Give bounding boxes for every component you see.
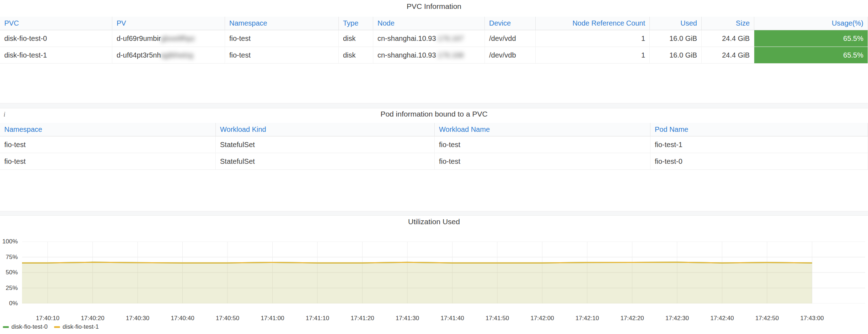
cell-text: StatefulSet <box>220 141 255 149</box>
cell-used: 16.0 GiB <box>650 30 702 47</box>
utilization-chart[interactable] <box>22 242 865 303</box>
chart-legend: disk-fio-test-0disk-fio-test-1 <box>3 323 99 330</box>
cell-text: 24.4 GiB <box>722 51 750 59</box>
panel-gap <box>0 103 868 108</box>
cell-text: fio-test <box>439 157 460 165</box>
x-axis-label: 17:41:20 <box>338 315 387 322</box>
panel-title-utilization-used[interactable]: Utilization Used <box>0 217 868 226</box>
cell-text: fio-test-0 <box>655 157 682 165</box>
panel-utilization-used: Utilization Used 0%25%50%75%100% 17:40:1… <box>0 216 868 334</box>
info-icon[interactable]: i <box>4 111 5 118</box>
y-axis-label: 0% <box>0 300 18 307</box>
cell-namespace: fio-test <box>225 30 339 47</box>
cell-pv: d-uf64pt3r5nhqgtbhwtzg <box>112 47 225 64</box>
table-header-row: NamespaceWorkload KindWorkload NamePod N… <box>0 123 868 136</box>
usage-bar: 65.5% <box>754 47 868 63</box>
x-axis-label: 17:42:10 <box>562 315 612 322</box>
cell-text: disk-fio-test-0 <box>4 34 47 42</box>
series-area-disk-fio-test-1 <box>22 262 812 303</box>
table-header-row: PVCPVNamespaceTypeNodeDeviceNode Referen… <box>0 17 868 30</box>
cell-device: /dev/vdd <box>485 30 536 47</box>
legend-item-disk-fio-test-1[interactable]: disk-fio-test-1 <box>54 323 99 330</box>
cell-workload-kind: StatefulSet <box>216 136 435 153</box>
cell-type: disk <box>339 47 373 64</box>
cell-text: d-uf64pt3r5nh <box>117 51 161 59</box>
cell-pod-name: fio-test-0 <box>650 153 868 170</box>
x-axis-label: 17:42:40 <box>697 315 747 322</box>
cell-text: fio-test <box>4 157 26 165</box>
panel-pod-information: i Pod information bound to a PVC Namespa… <box>0 108 868 211</box>
cell-text: 1 <box>641 34 645 42</box>
x-axis-label: 17:41:30 <box>382 315 432 322</box>
cell-text: 16.0 GiB <box>669 34 697 42</box>
column-header-node-reference-count[interactable]: Node Reference Count <box>536 17 650 30</box>
cell-node: cn-shanghai.10.93.176.167 <box>373 30 485 47</box>
column-header-pod-name[interactable]: Pod Name <box>650 123 868 136</box>
grafana-dashboard: PVC Information PVCPVNamespaceTypeNodeDe… <box>0 0 868 334</box>
column-header-device[interactable]: Device <box>485 17 536 30</box>
legend-swatch <box>54 326 60 328</box>
panel-pvc-information: PVC Information PVCPVNamespaceTypeNodeDe… <box>0 0 868 103</box>
column-header-usage[interactable]: Usage(%) <box>754 17 868 30</box>
cell-text: fio-test <box>4 141 26 149</box>
legend-item-disk-fio-test-0[interactable]: disk-fio-test-0 <box>3 323 48 330</box>
column-header-namespace[interactable]: Namespace <box>225 17 339 30</box>
cell-pod-name: fio-test-1 <box>650 136 868 153</box>
redacted-text: .176.168 <box>436 51 464 59</box>
x-axis-label: 17:42:30 <box>652 315 702 322</box>
column-header-type[interactable]: Type <box>339 17 373 30</box>
cell-text: fio-test-1 <box>655 141 682 149</box>
cell-node: cn-shanghai.10.93.176.168 <box>373 47 485 64</box>
cell-text: disk-fio-test-1 <box>4 51 47 59</box>
series-line-disk-fio-test-1 <box>22 262 812 263</box>
cell-type: disk <box>339 30 373 47</box>
usage-bar: 65.5% <box>754 30 868 47</box>
cell-usage: 65.5% <box>754 30 868 47</box>
cell-text: 24.4 GiB <box>722 34 750 42</box>
cell-node-reference-count: 1 <box>536 47 650 64</box>
table-row: disk-fio-test-1d-uf64pt3r5nhqgtbhwtzgfio… <box>0 47 868 64</box>
x-axis-label: 17:40:20 <box>68 315 118 322</box>
pvc-table: PVCPVNamespaceTypeNodeDeviceNode Referen… <box>0 17 868 64</box>
panel-title-pod-information[interactable]: Pod information bound to a PVC <box>0 109 868 119</box>
cell-text: 1 <box>641 51 645 59</box>
redacted-text: .176.167 <box>436 34 464 42</box>
column-header-workload-kind[interactable]: Workload Kind <box>216 123 435 136</box>
column-header-node[interactable]: Node <box>373 17 485 30</box>
cell-text: disk <box>343 51 356 59</box>
cell-workload-name: fio-test <box>435 153 650 170</box>
column-header-workload-name[interactable]: Workload Name <box>435 123 650 136</box>
cell-text: 16.0 GiB <box>669 51 697 59</box>
cell-text: cn-shanghai.10.93 <box>377 51 436 59</box>
table-row: disk-fio-test-0d-uf69r9umbirgbxw9fhpzfio… <box>0 30 868 47</box>
x-axis-label: 17:41:50 <box>472 315 522 322</box>
cell-device: /dev/vdb <box>485 47 536 64</box>
column-header-pv[interactable]: PV <box>112 17 225 30</box>
column-header-size[interactable]: Size <box>702 17 754 30</box>
x-axis-label: 17:43:00 <box>787 315 837 322</box>
legend-label: disk-fio-test-0 <box>11 323 48 330</box>
cell-used: 16.0 GiB <box>650 47 702 64</box>
panel-gap <box>0 211 868 216</box>
table-row: fio-testStatefulSetfio-testfio-test-1 <box>0 136 868 153</box>
cell-namespace: fio-test <box>0 136 216 153</box>
column-header-used[interactable]: Used <box>650 17 702 30</box>
column-header-pvc[interactable]: PVC <box>0 17 112 30</box>
cell-text: d-uf69r9umbir <box>117 34 161 42</box>
cell-workload-name: fio-test <box>435 136 650 153</box>
cell-text: fio-test <box>439 141 460 149</box>
cell-workload-kind: StatefulSet <box>216 153 435 170</box>
cell-size: 24.4 GiB <box>702 47 754 64</box>
y-axis-label: 25% <box>0 285 18 292</box>
cell-text: /dev/vdb <box>489 51 516 59</box>
x-axis-label: 17:42:20 <box>607 315 657 322</box>
redacted-text: gbxw9fhpz <box>161 34 195 42</box>
column-header-namespace[interactable]: Namespace <box>0 123 216 136</box>
x-axis-label: 17:42:00 <box>518 315 567 322</box>
x-axis-label: 17:41:00 <box>248 315 298 322</box>
x-axis-label: 17:40:10 <box>23 315 73 322</box>
panel-title-pvc-information[interactable]: PVC Information <box>0 2 868 11</box>
x-axis-label: 17:41:10 <box>293 315 342 322</box>
cell-text: StatefulSet <box>220 157 255 165</box>
y-axis-label: 50% <box>0 269 18 276</box>
